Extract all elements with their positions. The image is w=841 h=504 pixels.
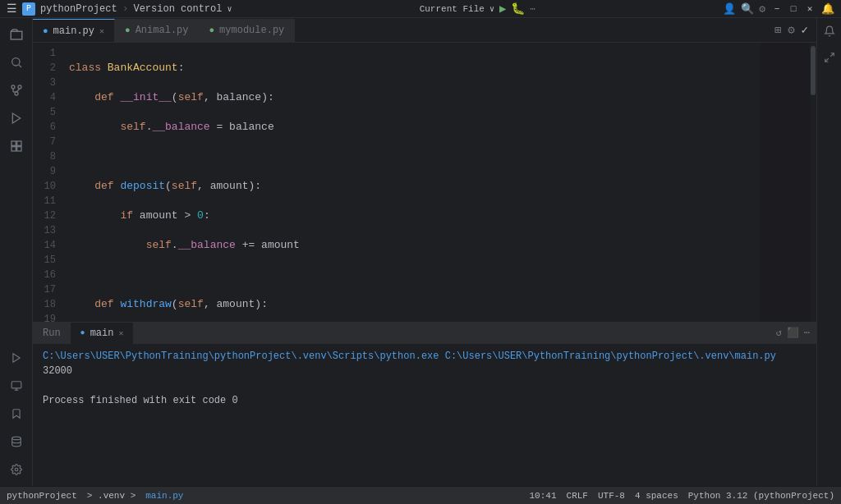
status-path-label: > .venv >	[87, 491, 136, 501]
activity-plugins-icon[interactable]	[3, 133, 30, 159]
terminal-blank-line	[43, 378, 807, 393]
terminal-exit-text: Process finished with exit code 0	[43, 395, 238, 406]
current-file-label[interactable]: Current File	[420, 4, 485, 14]
tab-mymodule-py-icon: ●	[209, 25, 214, 35]
activity-terminal-icon[interactable]	[3, 373, 30, 399]
terminal-tab-main[interactable]: ● main ✕	[71, 323, 134, 344]
activity-bar	[0, 18, 33, 486]
status-file-name[interactable]: main.py	[145, 491, 183, 501]
more-options-icon[interactable]: ⋯	[530, 3, 535, 14]
checkmark-icon[interactable]: ✓	[800, 21, 810, 39]
project-name: pythonProject	[40, 3, 117, 15]
svg-rect-11	[11, 147, 16, 151]
activity-folder-icon[interactable]	[3, 21, 30, 48]
activity-database-icon[interactable]	[3, 428, 30, 455]
status-bar: pythonProject > .venv > main.py 10:41 CR…	[0, 486, 841, 504]
svg-marker-8	[12, 113, 20, 123]
status-indent[interactable]: 4 spaces	[635, 491, 678, 501]
scrollbar-thumb[interactable]	[811, 46, 816, 95]
separator: ›	[122, 2, 129, 15]
status-charset[interactable]: UTF-8	[598, 491, 625, 501]
title-bar: ☰ P pythonProject › Version control ∨ Cu…	[0, 0, 841, 18]
svg-point-18	[15, 468, 18, 471]
title-bar-left: ☰ P pythonProject › Version control ∨	[7, 2, 232, 16]
status-left: pythonProject > .venv > main.py	[7, 491, 183, 501]
search-icon[interactable]: 🔍	[741, 2, 754, 16]
terminal-body: C:\Users\USER\PythonTraining\pythonProje…	[33, 344, 816, 486]
hamburger-icon[interactable]: ☰	[7, 2, 17, 16]
status-path[interactable]: > .venv >	[87, 491, 136, 501]
terminal-stop-icon[interactable]: ⬛	[787, 327, 799, 339]
svg-marker-13	[12, 354, 19, 363]
tabs-right: ⊞ ⚙ ✓	[773, 18, 816, 42]
tabs-bar: ● main.py ✕ ● Animal.py ● mymodule.py ⊞ …	[33, 18, 816, 43]
svg-point-0	[11, 58, 19, 66]
activity-git-icon[interactable]	[3, 77, 30, 103]
svg-point-2	[11, 85, 15, 89]
right-notifications-icon[interactable]	[820, 21, 839, 41]
activity-settings-icon2[interactable]	[3, 456, 30, 483]
svg-line-19	[830, 53, 834, 57]
current-file-chevron: ∨	[489, 4, 494, 14]
terminal-command-line: C:\Users\USER\PythonTraining\pythonProje…	[43, 349, 807, 364]
editor-config-icon[interactable]: ⚙	[786, 21, 796, 39]
svg-rect-9	[11, 141, 16, 145]
tab-animal-py[interactable]: ● Animal.py	[115, 19, 199, 42]
tab-main-py-close[interactable]: ✕	[99, 26, 104, 36]
terminal-panel: Run ● main ✕ ↺ ⬛ ⋯ C:\Users\USER\PythonT…	[33, 322, 816, 486]
terminal-tab-main-label: main	[90, 328, 114, 339]
people-icon[interactable]: 👤	[723, 2, 736, 16]
status-python-version[interactable]: Python 3.12 (pythonProject)	[688, 491, 834, 501]
tab-mymodule-py-label: mymodule.py	[219, 25, 284, 36]
tab-main-py[interactable]: ● main.py ✕	[33, 19, 115, 42]
svg-rect-10	[16, 141, 21, 145]
minimize-button[interactable]: −	[770, 2, 784, 16]
svg-point-3	[18, 85, 21, 89]
line-numbers: 1 2 3 4 5 6 7 8 9 10 11 12 13 14 15 16 1…	[33, 43, 66, 322]
activity-bottom	[3, 345, 30, 486]
close-button[interactable]: ✕	[803, 2, 816, 16]
title-bar-center: Current File ∨ ▶ 🐛 ⋯	[420, 2, 535, 16]
terminal-path: C:\Users\USER\PythonTraining\pythonProje…	[43, 351, 776, 362]
notification-icon[interactable]: 🔔	[821, 2, 834, 16]
svg-line-7	[16, 89, 20, 92]
svg-line-1	[19, 65, 21, 67]
main-layout: ● main.py ✕ ● Animal.py ● mymodule.py ⊞ …	[0, 18, 841, 486]
tab-mymodule-py[interactable]: ● mymodule.py	[199, 19, 295, 42]
status-right: 10:41 CRLF UTF-8 4 spaces Python 3.12 (p…	[530, 491, 834, 501]
svg-rect-14	[11, 382, 21, 388]
terminal-tab-run[interactable]: Run	[33, 323, 71, 344]
right-expand-icon[interactable]	[820, 48, 839, 67]
status-project-label: pythonProject	[7, 491, 77, 501]
debug-icon[interactable]: 🐛	[511, 2, 525, 16]
editor-scrollbar[interactable]	[810, 43, 816, 322]
activity-run-icon2[interactable]	[3, 345, 30, 371]
svg-point-17	[11, 437, 21, 440]
window-controls: − □ ✕	[770, 2, 816, 16]
app-icon: P	[22, 2, 35, 16]
terminal-refresh-icon[interactable]: ↺	[776, 327, 782, 339]
status-project[interactable]: pythonProject	[7, 491, 77, 501]
terminal-exit-message: Process finished with exit code 0	[43, 393, 807, 408]
run-icon[interactable]: ▶	[499, 2, 506, 16]
minimap	[761, 43, 810, 322]
svg-line-20	[825, 58, 828, 62]
status-line-col[interactable]: 10:41	[530, 491, 557, 501]
terminal-tab-run-label: Run	[43, 328, 61, 339]
maximize-button[interactable]: □	[787, 2, 800, 16]
code-content[interactable]: class BankAccount: def __init__(self, ba…	[66, 43, 761, 322]
status-line-endings[interactable]: CRLF	[567, 491, 588, 501]
version-control-chevron: ∨	[227, 4, 232, 14]
svg-rect-12	[16, 147, 21, 151]
title-bar-right: 👤 🔍 ⚙ − □ ✕ 🔔	[723, 2, 834, 16]
activity-search-icon[interactable]	[3, 49, 30, 76]
status-file-name-label: main.py	[145, 491, 183, 501]
terminal-tab-main-close[interactable]: ✕	[118, 328, 123, 338]
split-editor-icon[interactable]: ⊞	[773, 21, 783, 39]
activity-bookmark-icon[interactable]	[3, 401, 30, 427]
terminal-tab-main-icon: ●	[80, 328, 85, 337]
settings-icon[interactable]: ⚙	[759, 2, 765, 16]
activity-debug-icon[interactable]	[3, 105, 30, 131]
version-control-label[interactable]: Version control	[133, 3, 222, 15]
terminal-more-icon[interactable]: ⋯	[804, 327, 810, 339]
